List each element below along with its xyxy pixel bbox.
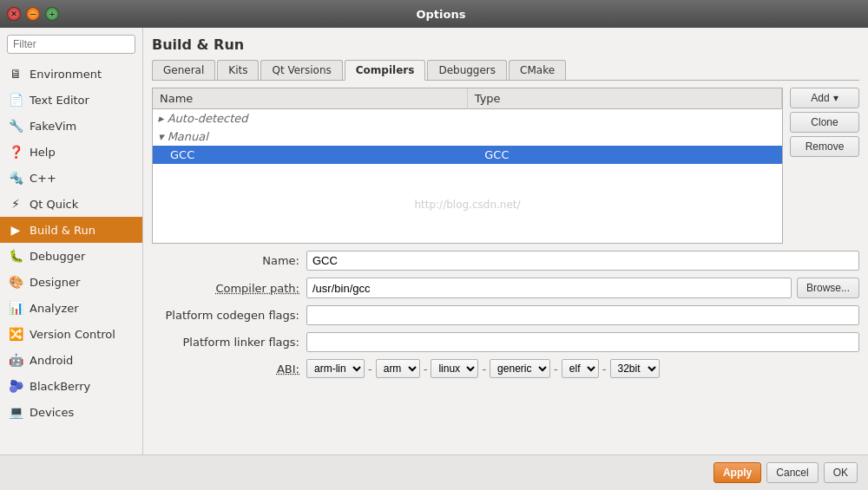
sidebar-item-label: Analyzer <box>30 302 79 315</box>
main-content: Build & Run GeneralKitsQt VersionsCompil… <box>143 28 868 454</box>
designer-icon: 🎨 <box>7 273 24 291</box>
sidebar-item-version-control[interactable]: 🔀 Version Control <box>0 321 142 347</box>
clone-button[interactable]: Clone <box>790 112 859 133</box>
version-control-icon: 🔀 <box>7 325 24 343</box>
sidebar-item-label: C++ <box>30 172 56 185</box>
sidebar-item-cpp[interactable]: 🔩 C++ <box>0 165 142 191</box>
sidebar-item-label: Qt Quick <box>30 198 78 211</box>
sidebar-item-analyzer[interactable]: 📊 Analyzer <box>0 295 142 321</box>
close-button[interactable]: ✕ <box>7 7 21 21</box>
abi-sep-2: - <box>424 363 428 376</box>
abi-format-select[interactable]: elf <box>562 359 599 378</box>
codegen-row: Platform codegen flags: <box>152 305 859 325</box>
sidebar-item-android[interactable]: 🤖 Android <box>0 347 142 373</box>
bottom-bar: Apply Cancel OK <box>0 454 868 490</box>
tabs-bar: GeneralKitsQt VersionsCompilersDebuggers… <box>152 60 859 81</box>
minimize-button[interactable]: − <box>26 7 40 21</box>
tab-kits[interactable]: Kits <box>217 60 259 80</box>
abi-selects: arm-lin - arm - linux - generic - elf - … <box>306 359 859 378</box>
sidebar-item-label: Designer <box>30 276 80 289</box>
linker-input[interactable] <box>306 332 859 352</box>
fakevim-icon: 🔧 <box>7 117 24 134</box>
sidebar-item-blackberry[interactable]: 🫐 BlackBerry <box>0 373 142 399</box>
tab-debuggers[interactable]: Debuggers <box>427 60 507 80</box>
apply-button[interactable]: Apply <box>713 462 761 483</box>
cancel-button[interactable]: Cancel <box>766 462 818 483</box>
android-icon: 🤖 <box>7 351 24 369</box>
tab-qt-versions[interactable]: Qt Versions <box>260 60 342 80</box>
action-buttons: Add ▾ Clone Remove <box>790 88 859 244</box>
codegen-input[interactable] <box>306 305 859 325</box>
compiler-path-input[interactable] <box>306 278 792 298</box>
table-row[interactable]: GCCGCC <box>153 146 782 164</box>
ok-button[interactable]: OK <box>824 462 858 483</box>
abi-wordwidth-select[interactable]: 32bit <box>610 359 660 378</box>
abi-row: ABI: arm-lin - arm - linux - generic - e… <box>152 359 859 378</box>
linker-row: Platform linker flags: <box>152 332 859 352</box>
col-name: Name <box>153 88 467 109</box>
abi-sep-1: - <box>368 363 372 376</box>
debugger-icon: 🐛 <box>7 247 24 265</box>
col-type: Type <box>467 88 781 109</box>
abi-label: ABI: <box>152 363 299 376</box>
maximize-button[interactable]: + <box>45 7 59 21</box>
text-editor-icon: 📄 <box>7 91 24 108</box>
sidebar-item-label: Text Editor <box>30 94 89 107</box>
abi-sep-5: - <box>602 363 607 376</box>
abi-os-select[interactable]: linux <box>431 359 478 378</box>
compiler-table-container: Name Type ▸ Auto-detected▾ ManualGCCGCC … <box>152 88 783 244</box>
sidebar-item-designer[interactable]: 🎨 Designer <box>0 269 142 295</box>
sidebar-item-label: Build & Run <box>30 224 95 237</box>
dialog-content: 🖥 Environment 📄 Text Editor 🔧 FakeVim ❓ … <box>0 28 868 454</box>
sidebar-item-label: FakeVim <box>30 120 76 133</box>
form-section: Name: Compiler path: Browse... Platform … <box>152 251 859 378</box>
compiler-path-row: Compiler path: Browse... <box>152 278 859 298</box>
blackberry-icon: 🫐 <box>7 377 24 395</box>
sidebar-item-qt-quick[interactable]: ⚡ Qt Quick <box>0 191 142 217</box>
abi-osvariant-select[interactable]: generic <box>490 359 550 378</box>
help-icon: ❓ <box>7 143 24 160</box>
sidebar-item-debugger[interactable]: 🐛 Debugger <box>0 243 142 269</box>
analyzer-icon: 📊 <box>7 299 24 317</box>
compiler-path-group: Browse... <box>306 278 859 298</box>
add-button[interactable]: Add ▾ <box>790 88 859 108</box>
abi-sep-4: - <box>554 363 558 376</box>
tab-compilers[interactable]: Compilers <box>345 60 426 81</box>
sidebar-item-label: BlackBerry <box>30 380 90 393</box>
tab-cmake[interactable]: CMake <box>509 60 566 80</box>
abi-subarch-select[interactable]: arm <box>376 359 420 378</box>
sidebar-item-label: Version Control <box>30 328 115 341</box>
compiler-area: Name Type ▸ Auto-detected▾ ManualGCCGCC … <box>152 88 859 244</box>
sidebar-item-label: Android <box>30 354 73 367</box>
tab-general[interactable]: General <box>152 60 215 80</box>
add-arrow-icon: ▾ <box>833 92 838 104</box>
qt-quick-icon: ⚡ <box>7 195 24 212</box>
sidebar-item-help[interactable]: ❓ Help <box>0 139 142 165</box>
abi-sep-3: - <box>482 363 486 376</box>
sidebar-item-environment[interactable]: 🖥 Environment <box>0 61 142 87</box>
sidebar-item-label: Devices <box>30 406 74 419</box>
build-run-icon: ▶ <box>7 221 24 238</box>
sidebar-item-devices[interactable]: 💻 Devices <box>0 399 142 425</box>
environment-icon: 🖥 <box>7 65 24 82</box>
cpp-icon: 🔩 <box>7 169 24 186</box>
compiler-table: Name Type ▸ Auto-detected▾ ManualGCCGCC <box>153 88 782 164</box>
group-row: ▸ Auto-detected <box>153 109 782 128</box>
titlebar: ✕ − + Options <box>0 0 868 28</box>
sidebar-item-label: Help <box>30 146 56 159</box>
sidebar-item-build-run[interactable]: ▶ Build & Run <box>0 217 142 243</box>
sidebar-list: 🖥 Environment 📄 Text Editor 🔧 FakeVim ❓ … <box>0 61 142 454</box>
remove-button[interactable]: Remove <box>790 136 859 157</box>
sidebar-item-text-editor[interactable]: 📄 Text Editor <box>0 87 142 113</box>
filter-input[interactable] <box>7 35 135 54</box>
browse-button[interactable]: Browse... <box>797 278 859 298</box>
sidebar-item-label: Environment <box>30 68 102 81</box>
group-row: ▾ Manual <box>153 127 782 146</box>
abi-arch-select[interactable]: arm-lin <box>306 359 365 378</box>
compiler-path-label: Compiler path: <box>152 282 299 295</box>
dialog: 🖥 Environment 📄 Text Editor 🔧 FakeVim ❓ … <box>0 28 868 490</box>
name-input[interactable] <box>306 251 859 271</box>
sidebar-item-fakevim[interactable]: 🔧 FakeVim <box>0 113 142 139</box>
name-row: Name: <box>152 251 859 271</box>
sidebar-item-label: Debugger <box>30 250 85 263</box>
